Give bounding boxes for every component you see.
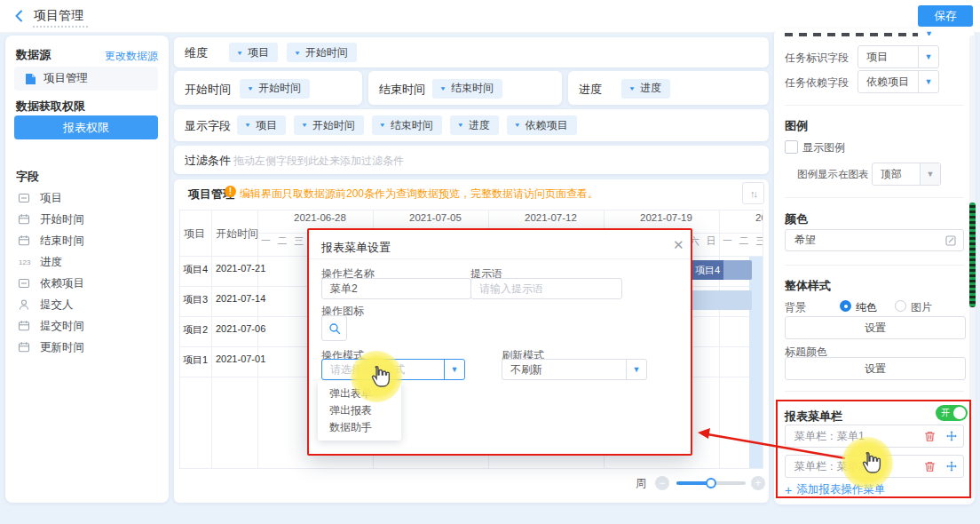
sidebar-field-开始时间[interactable]: 开始时间: [18, 209, 160, 230]
caret-down-icon: ▼: [379, 122, 386, 128]
legend-checkbox[interactable]: [785, 140, 798, 154]
start-pill-wrap: ▼开始时间: [240, 78, 310, 99]
save-button[interactable]: 保存: [918, 5, 973, 27]
task-dep-select[interactable]: 依赖项目▼: [858, 70, 939, 93]
icon-picker-button[interactable]: [321, 315, 347, 341]
gantt-row-start: 2021-07-06: [216, 323, 265, 334]
report-perm-button[interactable]: 报表权限: [14, 115, 158, 139]
chart-warning: 编辑界面只取数据源前200条作为查询数据预览，完整数据请访问页面查看。: [240, 187, 598, 202]
zoom-in-button[interactable]: +: [751, 476, 765, 490]
field-label: 结束时间: [40, 234, 84, 249]
weekday-label: 一: [719, 234, 736, 248]
dimension-label: 维度: [185, 45, 208, 61]
panel-scrollbar-thumb[interactable]: [969, 202, 976, 307]
end-label: 结束时间: [379, 82, 425, 98]
field-label: 提交人: [40, 298, 74, 313]
caret-down-icon: ▼: [514, 122, 521, 128]
sidebar-field-更新时间[interactable]: 更新时间: [18, 337, 160, 358]
start-label: 开始时间: [185, 82, 231, 98]
gantt-row-project: 项目4: [183, 263, 208, 276]
back-icon[interactable]: [12, 9, 27, 23]
toggle-knob: [953, 407, 966, 419]
field-pill[interactable]: ▼开始时间: [287, 43, 357, 62]
caret-down-icon: ▼: [236, 49, 243, 55]
caret-down-icon: ▼: [439, 85, 447, 91]
move-icon[interactable]: [940, 430, 963, 442]
gantt-row-project: 项目1: [183, 353, 208, 367]
field-pill[interactable]: ▼开始时间: [294, 115, 364, 135]
style-title: 整体样式: [785, 278, 831, 294]
caret-down-icon: ▼: [918, 46, 938, 67]
field-pill[interactable]: ▼结束时间: [372, 115, 442, 135]
trash-icon[interactable]: [919, 431, 940, 442]
field-pill[interactable]: ▼进度: [621, 79, 670, 99]
caret-down-icon: ▼: [925, 29, 937, 36]
sidebar-field-提交人[interactable]: 提交人: [18, 294, 160, 315]
sidebar-field-项目[interactable]: 项目: [18, 187, 160, 209]
field-pill[interactable]: ▼进度: [450, 115, 499, 135]
modal-title: 报表菜单设置: [321, 240, 391, 256]
fields-list: 项目开始时间结束时间123进度依赖项目提交人提交时间更新时间: [18, 187, 160, 358]
field-label: 提交时间: [40, 319, 84, 334]
title-color-set-button[interactable]: 设置: [785, 357, 966, 380]
sidebar-field-提交时间[interactable]: 提交时间: [18, 315, 160, 337]
divider: [785, 265, 964, 266]
refresh-select[interactable]: 不刷新▼: [502, 359, 647, 380]
field-pill[interactable]: ▼项目: [237, 115, 286, 135]
clipped-section-header: [785, 33, 918, 36]
weekday-label: 二: [736, 234, 753, 248]
field-label: 进度: [40, 255, 62, 270]
filter-placeholder[interactable]: 拖动左侧字段到此处来添加过滤条件: [233, 154, 404, 169]
col-project-header: 项目: [184, 226, 205, 242]
week-gridline: [719, 210, 720, 469]
sidebar-field-结束时间[interactable]: 结束时间: [18, 230, 160, 251]
search-icon: [328, 322, 341, 335]
field-pill[interactable]: ▼结束时间: [432, 79, 502, 99]
progress-pill-wrap: ▼进度: [621, 78, 670, 99]
close-icon[interactable]: ✕: [673, 237, 684, 253]
sidebar-field-进度[interactable]: 123进度: [18, 251, 160, 273]
field-pill[interactable]: ▼依赖项目: [507, 115, 577, 135]
datasource-item[interactable]: 项目管理: [14, 67, 158, 91]
field-pill[interactable]: ▼项目: [229, 43, 278, 62]
report-menu-toggle[interactable]: 开: [936, 405, 968, 421]
color-scheme-field[interactable]: 希望: [785, 229, 964, 251]
field-label: 更新时间: [40, 340, 84, 355]
task-id-label: 任务标识字段: [785, 51, 849, 66]
highlight-column: [749, 257, 763, 468]
dropdown-option-弹出报表[interactable]: 弹出报表: [318, 402, 401, 419]
tip-input[interactable]: 请输入提示语: [470, 278, 622, 299]
dropdown-option-数据助手[interactable]: 数据助手: [318, 419, 401, 436]
report-menu-title: 报表菜单栏: [785, 409, 842, 425]
toggle-on-label: 开: [941, 407, 950, 419]
legend-title: 图例: [785, 118, 808, 134]
radio-solid-label: 纯色: [856, 300, 877, 315]
sort-icon[interactable]: ↑↓: [742, 182, 764, 204]
legend-pos-select[interactable]: 顶部▼: [872, 163, 941, 186]
hand-cursor-icon: [366, 362, 392, 389]
zoom-slider-thumb[interactable]: [706, 478, 716, 488]
bg-set-button[interactable]: 设置: [785, 316, 966, 339]
color-scheme-value: 希望: [794, 233, 816, 248]
modal-divider: [309, 258, 691, 259]
trash-icon[interactable]: [919, 461, 940, 472]
caret-down-icon: ▼: [294, 49, 301, 55]
radio-image[interactable]: [895, 300, 906, 312]
caret-down-icon: ▼: [247, 85, 254, 91]
legend-pos-label: 图例显示在图表: [797, 168, 869, 181]
name-input[interactable]: 菜单2: [321, 278, 471, 299]
task-dep-label: 任务依赖字段: [785, 75, 849, 91]
radio-solid[interactable]: [840, 300, 851, 312]
caret-down-icon: ▼: [628, 85, 636, 91]
gantt-row-project: 项目3: [183, 293, 208, 306]
caret-down-icon: ▼: [457, 122, 464, 128]
change-datasource-link[interactable]: 更改数据源: [94, 49, 158, 64]
sidebar-field-依赖项目[interactable]: 依赖项目: [18, 273, 160, 294]
zoom-out-button[interactable]: −: [655, 476, 669, 490]
warning-icon: !: [225, 186, 236, 197]
field-pill[interactable]: ▼开始时间: [240, 79, 310, 99]
task-id-select[interactable]: 项目▼: [858, 45, 939, 68]
move-icon[interactable]: [940, 460, 963, 472]
edit-icon[interactable]: [945, 235, 956, 246]
display-label: 显示字段: [185, 118, 231, 134]
